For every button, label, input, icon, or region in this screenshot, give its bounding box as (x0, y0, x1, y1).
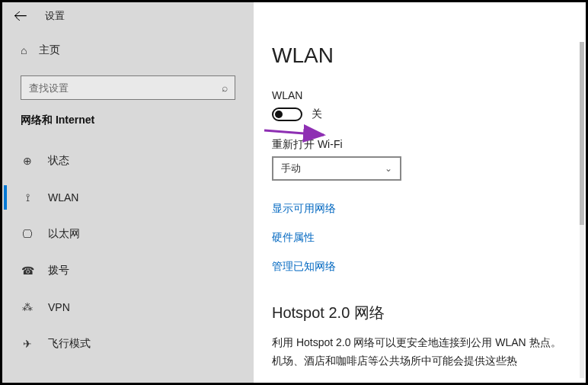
nav-item-wlan[interactable]: ⟟ WLAN (2, 179, 254, 216)
nav-label: 飞行模式 (48, 337, 91, 351)
nav-label: 拨号 (48, 264, 69, 278)
nav-list: ⊕ 状态 ⟟ WLAN 🖵 以太网 ☎ 拨号 ⁂ VPN ✈ 飞行模式 (2, 143, 254, 362)
nav-item-ethernet[interactable]: 🖵 以太网 (2, 216, 254, 252)
home-icon: ⌂ (21, 44, 27, 56)
chevron-down-icon: ⌄ (385, 163, 392, 174)
airplane-icon: ✈ (21, 338, 34, 350)
nav-label: WLAN (48, 191, 78, 204)
search-input[interactable] (21, 75, 235, 100)
wlan-toggle[interactable] (272, 107, 302, 121)
window-title: 设置 (45, 9, 65, 23)
content-body: WLAN WLAN 关 重新打开 Wi-Fi 手动 ⌄ 显示可用网络 硬件属性 … (254, 2, 586, 383)
home-link[interactable]: ⌂ 主页 (2, 30, 254, 71)
link-manage-known[interactable]: 管理已知网络 (272, 260, 586, 274)
globe-icon: ⊕ (21, 155, 34, 167)
nav-item-vpn[interactable]: ⁂ VPN (2, 289, 254, 326)
nav-item-airplane[interactable]: ✈ 飞行模式 (2, 326, 254, 362)
nav-label: VPN (48, 301, 70, 313)
wlan-toggle-state: 关 (312, 107, 322, 121)
wifi-icon: ⟟ (21, 191, 34, 204)
section-header: 网络和 Internet (2, 112, 254, 135)
link-show-networks[interactable]: 显示可用网络 (272, 202, 586, 216)
settings-window: ─ ✕ 🡠 设置 ⌂ 主页 ⌕ 网络和 Internet ⊕ 状态 ⟟ WLAN (0, 0, 588, 385)
nav-item-status[interactable]: ⊕ 状态 (2, 143, 254, 179)
hotspot-heading: Hotspot 2.0 网络 (272, 303, 586, 323)
search-wrap: ⌕ (21, 75, 235, 100)
home-label: 主页 (39, 43, 60, 57)
reopen-select[interactable]: 手动 ⌄ (272, 156, 401, 181)
wlan-toggle-row: 关 (272, 107, 586, 121)
ethernet-icon: 🖵 (21, 228, 34, 240)
back-button[interactable]: 🡠 (7, 2, 34, 30)
vpn-icon: ⁂ (21, 301, 34, 313)
reopen-label: 重新打开 Wi-Fi (272, 138, 586, 152)
search-icon: ⌕ (222, 82, 228, 94)
wlan-label: WLAN (272, 89, 586, 101)
nav-item-dialup[interactable]: ☎ 拨号 (2, 252, 254, 289)
reopen-value: 手动 (281, 162, 301, 175)
titlebar: 🡠 设置 (2, 2, 254, 30)
scrollbar-thumb[interactable] (580, 42, 584, 225)
dialup-icon: ☎ (21, 265, 34, 277)
nav-label: 以太网 (48, 227, 80, 241)
link-hardware-props[interactable]: 硬件属性 (272, 231, 586, 245)
nav-label: 状态 (48, 154, 69, 168)
sidebar: 🡠 设置 ⌂ 主页 ⌕ 网络和 Internet ⊕ 状态 ⟟ WLAN 🖵 以… (2, 2, 254, 383)
content-pane: WLAN WLAN 关 重新打开 Wi-Fi 手动 ⌄ 显示可用网络 硬件属性 … (254, 2, 586, 383)
page-heading: WLAN (272, 43, 586, 68)
hotspot-body: 利用 Hotspot 2.0 网络可以更安全地连接到公用 WLAN 热点。机场、… (272, 334, 561, 371)
